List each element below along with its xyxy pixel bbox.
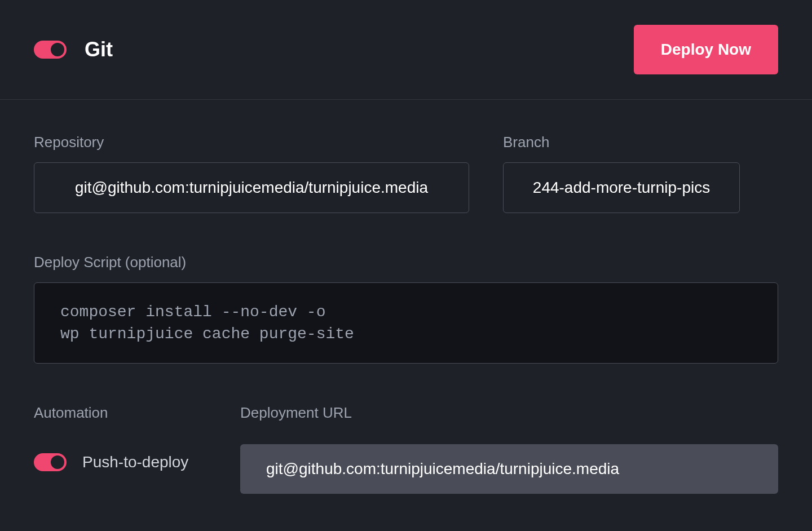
deploy-script-label: Deploy Script (optional) <box>34 254 778 271</box>
repository-input[interactable] <box>34 162 469 213</box>
toggle-knob-icon <box>51 455 64 469</box>
header-left: Git <box>34 38 113 61</box>
branch-field-group: Branch <box>503 134 740 213</box>
page-title: Git <box>85 38 113 61</box>
repository-field-group: Repository <box>34 134 469 213</box>
push-to-deploy-label: Push-to-deploy <box>82 453 188 471</box>
git-toggle[interactable] <box>34 41 67 59</box>
automation-label: Automation <box>34 404 206 422</box>
automation-url-row: Automation Push-to-deploy Deployment URL… <box>34 404 778 494</box>
deployment-url-field-group: Deployment URL git@github.com:turnipjuic… <box>240 404 778 494</box>
branch-label: Branch <box>503 134 740 151</box>
page-header: Git Deploy Now <box>0 0 812 100</box>
branch-input[interactable] <box>503 162 740 213</box>
repo-branch-row: Repository Branch <box>34 134 778 213</box>
deploy-script-field-group: Deploy Script (optional) composer instal… <box>34 254 778 364</box>
deployment-url-label: Deployment URL <box>240 404 778 422</box>
repository-label: Repository <box>34 134 469 151</box>
deployment-url-display: git@github.com:turnipjuicemedia/turnipju… <box>240 444 778 494</box>
content-area: Repository Branch Deploy Script (optiona… <box>0 100 812 494</box>
toggle-knob-icon <box>51 43 64 56</box>
automation-field-group: Automation Push-to-deploy <box>34 404 206 494</box>
push-to-deploy-toggle[interactable] <box>34 453 67 471</box>
push-to-deploy-control: Push-to-deploy <box>34 453 206 471</box>
deploy-now-button[interactable]: Deploy Now <box>634 25 778 74</box>
deploy-script-textarea[interactable]: composer install --no-dev -o wp turnipju… <box>34 282 778 364</box>
